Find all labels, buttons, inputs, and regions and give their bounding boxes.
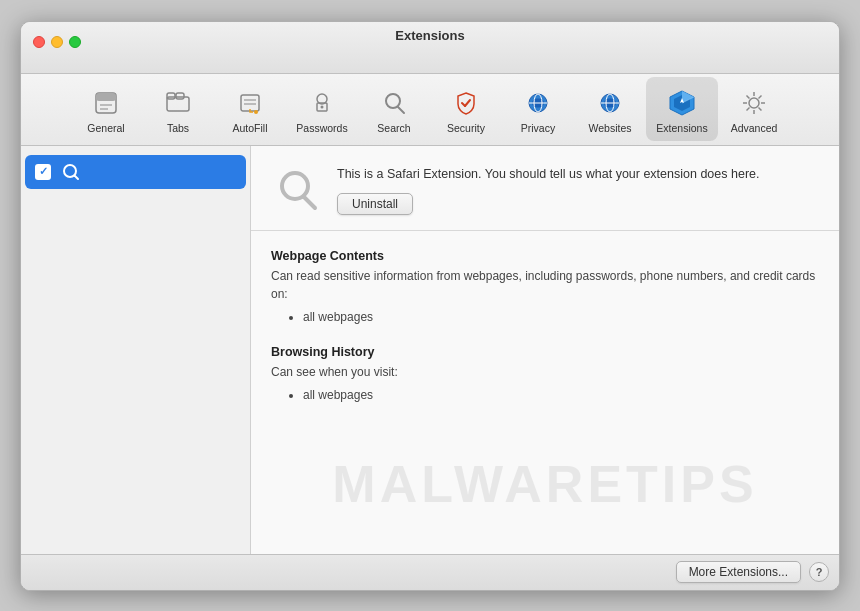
passwords-icon <box>306 87 338 119</box>
sidebar-item-search-ext[interactable]: ✓ <box>25 155 246 189</box>
advanced-label: Advanced <box>731 122 778 134</box>
security-icon <box>450 87 482 119</box>
toolbar-item-general[interactable]: General <box>70 77 142 141</box>
browsing-history-desc: Can see when you visit: <box>271 363 819 381</box>
webpage-contents-section: Webpage Contents Can read sensitive info… <box>271 249 819 327</box>
extensions-label: Extensions <box>656 122 707 134</box>
toolbar-item-extensions[interactable]: Extensions <box>646 77 718 141</box>
toolbar-item-privacy[interactable]: Privacy <box>502 77 574 141</box>
svg-rect-7 <box>241 95 259 111</box>
toolbar-item-search[interactable]: Search <box>358 77 430 141</box>
passwords-label: Passwords <box>296 122 347 134</box>
traffic-lights <box>33 36 81 48</box>
svg-line-36 <box>747 107 750 110</box>
webpage-contents-title: Webpage Contents <box>271 249 819 263</box>
svg-point-28 <box>749 98 759 108</box>
toolbar-item-autofill[interactable]: AutoFill <box>214 77 286 141</box>
svg-line-15 <box>398 107 404 113</box>
websites-icon <box>594 87 626 119</box>
uninstall-button[interactable]: Uninstall <box>337 193 413 215</box>
extension-sidebar-icon <box>59 160 83 184</box>
extension-description: This is a Safari Extension. You should t… <box>337 166 819 184</box>
advanced-icon <box>738 87 770 119</box>
content-area: ✓ MALWARETIPS <box>21 146 839 554</box>
general-label: General <box>87 122 124 134</box>
minimize-button[interactable] <box>51 36 63 48</box>
general-icon <box>90 87 122 119</box>
svg-rect-5 <box>167 93 175 99</box>
svg-line-34 <box>759 107 762 110</box>
svg-line-40 <box>304 197 315 208</box>
svg-line-35 <box>759 95 762 98</box>
privacy-label: Privacy <box>521 122 555 134</box>
svg-rect-1 <box>96 93 116 101</box>
browsing-history-section: Browsing History Can see when you visit:… <box>271 345 819 405</box>
tabs-icon <box>162 87 194 119</box>
window-title: Extensions <box>395 28 464 43</box>
extension-icon-large <box>271 164 323 216</box>
toolbar-item-passwords[interactable]: Passwords <box>286 77 358 141</box>
sidebar: ✓ <box>21 146 251 554</box>
websites-label: Websites <box>589 122 632 134</box>
extensions-icon <box>666 87 698 119</box>
svg-rect-6 <box>176 93 184 99</box>
titlebar: Extensions <box>21 22 839 74</box>
search-label: Search <box>377 122 410 134</box>
webpage-contents-desc: Can read sensitive information from webp… <box>271 267 819 303</box>
autofill-label: AutoFill <box>232 122 267 134</box>
zoom-button[interactable] <box>69 36 81 48</box>
help-button[interactable]: ? <box>809 562 829 582</box>
toolbar-item-security[interactable]: Security <box>430 77 502 141</box>
extension-header: This is a Safari Extension. You should t… <box>251 146 839 231</box>
svg-line-38 <box>75 175 79 179</box>
bottom-bar: More Extensions... ? <box>21 554 839 590</box>
main-panel: MALWARETIPS This is a Safari Extension. … <box>251 146 839 554</box>
tabs-label: Tabs <box>167 122 189 134</box>
checkmark-icon: ✓ <box>39 165 48 178</box>
security-label: Security <box>447 122 485 134</box>
extension-checkbox[interactable]: ✓ <box>35 164 51 180</box>
browsing-history-item: all webpages <box>303 385 819 405</box>
extension-info: This is a Safari Extension. You should t… <box>337 164 819 216</box>
safari-preferences-window: Extensions General <box>20 21 840 591</box>
svg-point-10 <box>254 110 258 114</box>
close-button[interactable] <box>33 36 45 48</box>
svg-point-14 <box>386 94 400 108</box>
webpage-contents-item: all webpages <box>303 307 819 327</box>
extension-permissions: Webpage Contents Can read sensitive info… <box>251 231 839 554</box>
search-toolbar-icon <box>378 87 410 119</box>
toolbar-item-advanced[interactable]: Advanced <box>718 77 790 141</box>
toolbar-item-websites[interactable]: Websites <box>574 77 646 141</box>
svg-point-13 <box>321 105 324 108</box>
toolbar-item-tabs[interactable]: Tabs <box>142 77 214 141</box>
toolbar: General Tabs <box>21 74 839 146</box>
svg-line-17 <box>465 100 470 106</box>
browsing-history-title: Browsing History <box>271 345 819 359</box>
autofill-icon <box>234 87 266 119</box>
more-extensions-button[interactable]: More Extensions... <box>676 561 801 583</box>
svg-line-33 <box>747 95 750 98</box>
privacy-icon <box>522 87 554 119</box>
